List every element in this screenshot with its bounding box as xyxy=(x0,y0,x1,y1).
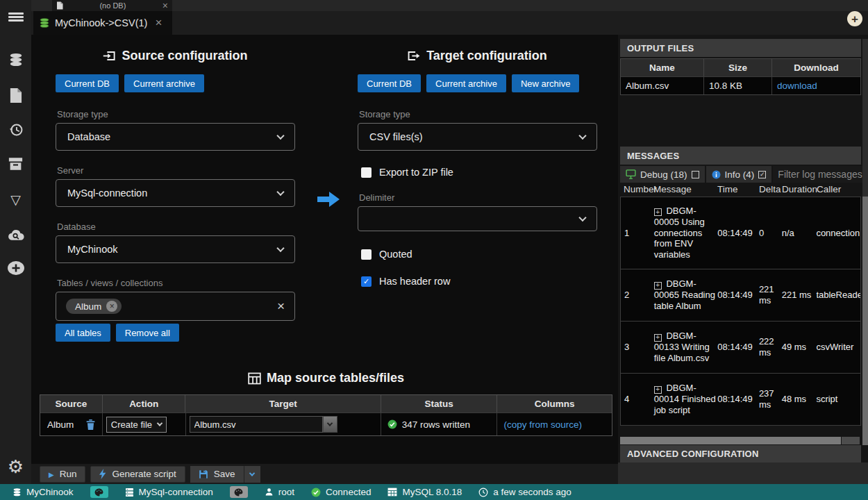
messages-header[interactable]: MESSAGES xyxy=(620,147,861,165)
clear-all-icon[interactable] xyxy=(277,299,285,314)
left-icon-bar xyxy=(0,0,31,484)
chevron-down-icon xyxy=(249,470,255,476)
source-storage-type-select[interactable]: Database xyxy=(56,123,295,151)
run-button[interactable]: Run xyxy=(40,466,85,483)
checkbox-unchecked-icon xyxy=(361,249,372,260)
panel-vertical-scrollbar[interactable] xyxy=(862,39,868,444)
target-new-archive-button[interactable]: New archive xyxy=(512,74,580,92)
filter-icon[interactable] xyxy=(0,190,31,209)
tab-bar: (no DB) MyChinook->CSV(1) xyxy=(31,0,868,35)
add-connection-icon[interactable] xyxy=(0,258,31,278)
download-link[interactable]: download xyxy=(777,81,817,91)
source-database-select[interactable]: MyChinook xyxy=(56,235,295,263)
database-icon xyxy=(12,488,22,497)
cloud-search-icon[interactable] xyxy=(0,224,31,244)
menu-icon[interactable] xyxy=(0,7,31,26)
source-tables-multiselect[interactable]: Album xyxy=(56,292,295,321)
messages-list: 1 DBGM-00005 Using connections from ENV … xyxy=(620,197,861,426)
table-select-buttons: All tables Remove all xyxy=(56,324,179,342)
export-zip-checkbox[interactable]: Export to ZIP file xyxy=(361,167,453,178)
save-dropdown-button[interactable] xyxy=(244,466,260,483)
target-file-dropdown-button[interactable] xyxy=(323,416,337,433)
source-current-archive-button[interactable]: Current archive xyxy=(124,74,204,92)
chevron-down-icon xyxy=(157,420,162,426)
checkbox-checked-icon xyxy=(758,171,766,178)
filter-log-input[interactable] xyxy=(773,166,868,183)
all-tables-button[interactable]: All tables xyxy=(56,324,110,342)
target-storage-type-select[interactable]: CSV files(s) xyxy=(358,123,597,151)
message-row[interactable]: 3 DBGM-00133 Writing file Album.csv 08:1… xyxy=(620,322,861,374)
chevron-down-icon xyxy=(276,132,284,140)
chevron-down-icon xyxy=(327,420,333,426)
table-icon xyxy=(387,488,397,497)
output-file-name: Album.csv xyxy=(621,76,704,94)
scrollbar-thumb[interactable] xyxy=(862,197,868,445)
debug-toggle[interactable]: Debug (18) xyxy=(620,166,705,183)
close-icon[interactable] xyxy=(162,0,168,12)
close-icon[interactable] xyxy=(155,17,162,29)
settings-icon[interactable] xyxy=(0,457,31,476)
delimiter-select[interactable] xyxy=(358,206,597,231)
action-select[interactable]: Create file xyxy=(106,417,167,433)
tab-mychinook-csv[interactable]: MyChinook->CSV(1) xyxy=(33,11,172,35)
save-button[interactable]: Save xyxy=(190,466,244,483)
tab-group-no-db[interactable]: (no DB) xyxy=(52,0,172,11)
expand-icon[interactable] xyxy=(654,282,662,290)
target-current-archive-button[interactable]: Current archive xyxy=(426,74,506,92)
palette-icon xyxy=(234,488,243,497)
expand-icon[interactable] xyxy=(654,334,662,342)
scrollbar-corner xyxy=(842,437,860,444)
advanced-configuration-header[interactable]: ADVANCED CONFIGURATION xyxy=(620,445,861,462)
database-icon[interactable] xyxy=(0,50,31,69)
copy-from-source-link[interactable]: (copy from source) xyxy=(503,419,582,430)
chevron-down-icon xyxy=(276,188,284,196)
connection-color-palette-button[interactable] xyxy=(230,486,248,498)
user-icon xyxy=(265,488,274,497)
clock-icon xyxy=(478,488,488,497)
statusbar-user: root xyxy=(265,487,294,497)
statusbar-connection[interactable]: MySql-connection xyxy=(125,487,213,497)
dbgate-app: (no DB) MyChinook->CSV(1) Source configu… xyxy=(0,0,868,500)
remove-chip-icon[interactable] xyxy=(106,301,117,312)
source-database-label: Database xyxy=(57,222,96,232)
info-toggle[interactable]: Info (4) xyxy=(706,166,772,183)
status-bar: MyChinook MySql-connection root Connecte… xyxy=(0,484,868,500)
map-table-row: Album Create file 347 rows written xyxy=(40,412,612,435)
expand-icon[interactable] xyxy=(654,386,662,394)
source-table-name: Album xyxy=(47,419,74,430)
info-icon xyxy=(712,170,721,179)
palette-icon xyxy=(94,488,103,497)
table-chip[interactable]: Album xyxy=(66,299,122,314)
target-current-db-button[interactable]: Current DB xyxy=(358,74,421,92)
output-files-header[interactable]: OUTPUT FILES xyxy=(620,39,861,57)
message-row[interactable]: 1 DBGM-00005 Using connections from ENV … xyxy=(620,197,861,269)
file-icon[interactable] xyxy=(0,85,31,105)
message-row[interactable]: 4 DBGM-00014 Finished job script 08:14:4… xyxy=(620,374,861,426)
trash-icon[interactable] xyxy=(86,419,95,430)
source-server-select[interactable]: MySql-connection xyxy=(56,179,295,207)
map-table: Source Action Target Status Columns Albu… xyxy=(40,394,612,436)
source-server-label: Server xyxy=(57,165,83,176)
has-header-row-checkbox[interactable]: Has header row xyxy=(361,276,450,287)
source-storage-type-label: Storage type xyxy=(57,109,108,119)
checkbox-unchecked-icon xyxy=(361,167,372,178)
scrollbar-thumb[interactable] xyxy=(620,437,841,444)
quoted-checkbox[interactable]: Quoted xyxy=(361,249,412,260)
statusbar-database[interactable]: MyChinook xyxy=(12,487,74,497)
checkbox-checked-icon xyxy=(361,276,372,287)
remove-all-button[interactable]: Remove all xyxy=(116,324,179,342)
target-storage-type-label: Storage type xyxy=(359,109,410,119)
chevron-down-icon xyxy=(578,214,586,222)
archive-icon[interactable] xyxy=(0,154,31,174)
generate-script-button[interactable]: Generate script xyxy=(90,466,185,483)
history-icon[interactable] xyxy=(0,120,31,140)
source-preset-buttons: Current DB Current archive xyxy=(56,74,204,92)
source-current-db-button[interactable]: Current DB xyxy=(56,74,119,92)
output-files-table-header: Name Size Download xyxy=(621,59,860,76)
messages-horizontal-scrollbar[interactable] xyxy=(620,436,861,444)
new-tab-button[interactable] xyxy=(847,11,862,26)
database-color-palette-button[interactable] xyxy=(90,486,108,498)
message-row[interactable]: 2 DBGM-00065 Reading table Album 08:14:4… xyxy=(620,269,861,322)
target-file-input[interactable] xyxy=(190,416,323,433)
expand-icon[interactable] xyxy=(654,208,662,216)
